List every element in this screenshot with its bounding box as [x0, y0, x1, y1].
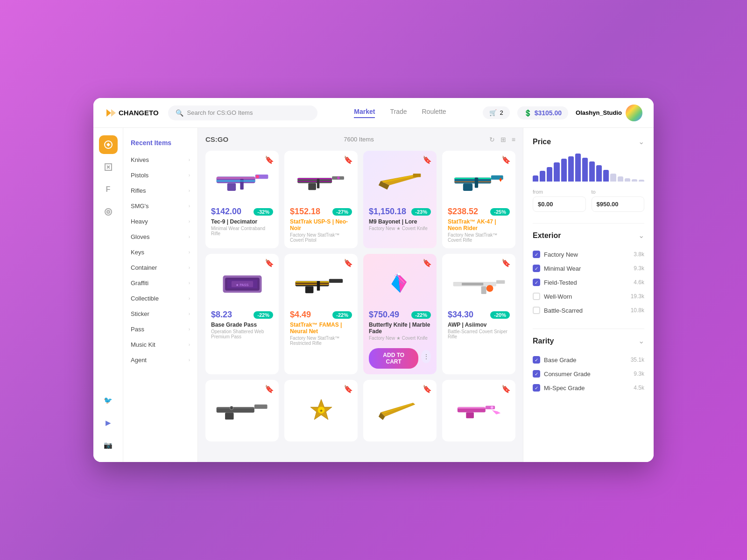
category-gloves[interactable]: Gloves› — [123, 229, 197, 245]
refresh-icon[interactable]: ↻ — [489, 136, 495, 143]
item-card[interactable]: 🔖 ★ PASS $8.23 -22% B — [205, 254, 279, 374]
add-to-cart-button[interactable]: ADD TO CART — [369, 348, 418, 369]
nav-market[interactable]: Market — [354, 108, 375, 118]
category-collectible[interactable]: Collectible› — [123, 291, 197, 306]
consumer-grade-count: 9.3k — [634, 371, 644, 377]
exterior-title: Exterior — [533, 231, 561, 240]
chart-bar — [554, 162, 559, 182]
category-pass[interactable]: Pass› — [123, 322, 197, 337]
nav-roulette[interactable]: Roulette — [422, 108, 446, 118]
bookmark-icon[interactable]: 🔖 — [501, 259, 511, 267]
well-worn-checkbox[interactable] — [533, 293, 540, 300]
list-view-icon[interactable]: ≡ — [512, 136, 515, 143]
instagram-icon[interactable]: 📷 — [99, 436, 118, 455]
collapse-price-icon[interactable]: ⌄ — [638, 137, 644, 146]
item-card[interactable]: 🔖 ★ — [284, 380, 358, 441]
base-grade-checkbox[interactable]: ✓ — [533, 356, 540, 364]
price-row: $34.30 -20% — [448, 310, 510, 320]
search-input[interactable] — [187, 109, 310, 116]
chart-bar — [632, 179, 637, 182]
rarity-header: Rarity ⌄ — [533, 336, 644, 345]
category-rifles[interactable]: Rifles› — [123, 183, 197, 198]
bookmark-icon[interactable]: 🔖 — [265, 259, 274, 267]
well-worn-label: Well-Worn — [544, 293, 572, 300]
bookmark-icon[interactable]: 🔖 — [344, 385, 353, 393]
item-name: StatTrak™ AK-47 | Neon Rider — [448, 218, 510, 231]
item-card[interactable]: 🔖 — [363, 380, 437, 441]
logo-text: CHANGETO — [119, 109, 159, 117]
search-icon: 🔍 — [176, 109, 183, 117]
price-row: $8.23 -22% — [211, 310, 273, 320]
sidebar-icon-dota[interactable] — [99, 158, 118, 176]
more-options-button[interactable]: ⋮ — [421, 350, 431, 363]
base-grade-count: 35.1k — [631, 357, 644, 363]
category-knives[interactable]: Knives› — [123, 152, 197, 168]
category-agent[interactable]: Agent› — [123, 352, 197, 368]
grid-view-icon[interactable]: ⊞ — [500, 136, 506, 143]
item-card[interactable]: 🔖 $238.52 - — [442, 151, 515, 248]
category-keys[interactable]: Keys› — [123, 245, 197, 260]
right-panel: Price ⌄ — [523, 128, 654, 462]
battle-scarred-label: Battle-Scarred — [544, 307, 583, 314]
item-card[interactable]: 🔖 — [442, 380, 515, 441]
category-container[interactable]: Container› — [123, 260, 197, 275]
bookmark-icon[interactable]: 🔖 — [423, 259, 432, 267]
item-card[interactable]: 🔖 $142.00 - — [205, 151, 279, 248]
bookmark-icon[interactable]: 🔖 — [344, 155, 353, 164]
minimal-wear-checkbox[interactable]: ✓ — [533, 265, 540, 272]
bookmark-icon[interactable]: 🔖 — [501, 385, 511, 393]
svg-rect-15 — [317, 179, 319, 188]
mi-spec-grade-checkbox[interactable]: ✓ — [533, 384, 540, 392]
bookmark-icon[interactable]: 🔖 — [265, 155, 274, 164]
factory-new-checkbox[interactable]: ✓ — [533, 251, 540, 258]
from-price-input[interactable] — [533, 196, 586, 212]
category-smgs[interactable]: SMG's› — [123, 198, 197, 214]
cart-icon: 🛒 — [489, 109, 497, 116]
bookmark-icon[interactable]: 🔖 — [265, 385, 274, 393]
chart-bar — [540, 171, 545, 182]
chart-bar — [589, 161, 595, 182]
discount-badge: -22% — [254, 311, 273, 319]
item-name: Base Grade Pass — [211, 322, 273, 328]
sidebar-icon-cs[interactable] — [99, 135, 118, 154]
svg-rect-45 — [466, 412, 474, 418]
minimal-wear-label: Minimal Wear — [544, 265, 581, 272]
cart-button[interactable]: 🛒 2 — [483, 106, 509, 119]
bookmark-icon[interactable]: 🔖 — [344, 259, 353, 267]
collapse-exterior-icon[interactable]: ⌄ — [638, 231, 644, 240]
item-card[interactable]: 🔖 — [205, 380, 279, 441]
field-tested-checkbox[interactable]: ✓ — [533, 279, 540, 286]
category-music-kit[interactable]: Music Kit› — [123, 337, 197, 352]
item-card[interactable]: 🔖 $1,150.18 -23% M9 — [363, 151, 437, 248]
item-card[interactable]: 🔖 $750.49 -22% — [363, 254, 437, 374]
battle-scarred-checkbox[interactable] — [533, 307, 540, 314]
youtube-icon[interactable]: ▶ — [99, 413, 118, 432]
exterior-header: Exterior ⌄ — [533, 231, 644, 240]
exterior-section: Exterior ⌄ ✓ Factory New 3.8k ✓ Minimal … — [533, 231, 644, 317]
to-price-input[interactable] — [592, 196, 645, 212]
icon-sidebar: F 🐦 ▶ 📷 — [93, 128, 123, 462]
item-card[interactable]: 🔖 $4.49 -22 — [284, 254, 358, 374]
svg-rect-32 — [496, 280, 504, 283]
balance-button[interactable]: 💲 $3105.00 — [517, 106, 568, 119]
bookmark-icon[interactable]: 🔖 — [423, 155, 432, 164]
price-from-group: from — [533, 189, 586, 212]
category-sticker[interactable]: Sticker› — [123, 306, 197, 322]
collapse-rarity-icon[interactable]: ⌄ — [638, 336, 644, 345]
item-card[interactable]: 🔖 $34.30 -20% — [442, 254, 515, 374]
item-name: M9 Bayonet | Lore — [369, 218, 431, 225]
category-heavy[interactable]: Heavy› — [123, 214, 197, 229]
discount-badge: -22% — [332, 311, 352, 319]
sidebar-icon-target[interactable] — [99, 203, 118, 221]
category-pistols[interactable]: Pistols› — [123, 168, 197, 183]
bookmark-icon[interactable]: 🔖 — [423, 385, 432, 393]
svg-rect-10 — [240, 179, 243, 189]
bookmark-icon[interactable]: 🔖 — [501, 155, 511, 164]
consumer-grade-checkbox[interactable]: ✓ — [533, 370, 540, 378]
category-graffiti[interactable]: Graffiti› — [123, 275, 197, 291]
item-card[interactable]: 🔖 $152.18 - — [284, 151, 358, 248]
sidebar-icon-f[interactable]: F — [99, 180, 118, 199]
search-bar[interactable]: 🔍 — [168, 105, 317, 120]
nav-trade[interactable]: Trade — [390, 108, 407, 118]
twitter-icon[interactable]: 🐦 — [99, 391, 118, 410]
